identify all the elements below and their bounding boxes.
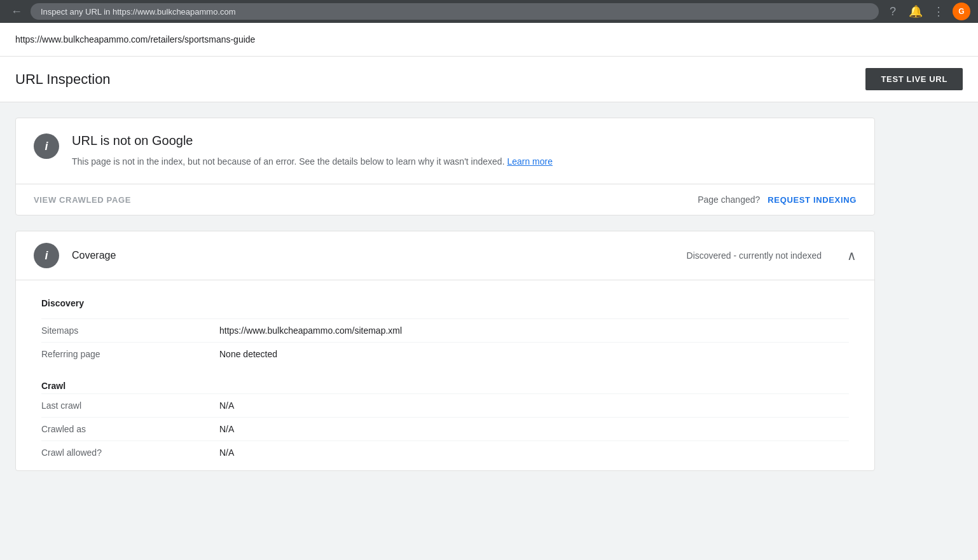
referring-page-row: Referring page None detected [41,342,849,365]
request-indexing-button[interactable]: REQUEST INDEXING [768,195,857,205]
crawl-allowed-value: N/A [219,447,234,458]
back-icon[interactable]: ← [8,3,25,20]
last-crawl-value: N/A [219,400,234,411]
sitemaps-row: Sitemaps https://www.bulkcheapammo.com/s… [41,318,849,342]
crawl-allowed-row: Crawl allowed? N/A [41,440,849,464]
status-description: This page is not in the index, but not b… [72,154,553,168]
sitemaps-value: https://www.bulkcheapammo.com/sitemap.xm… [219,325,402,336]
crawled-as-value: N/A [219,424,234,434]
coverage-header: i Coverage Discovered - currently not in… [16,231,874,280]
apps-icon[interactable]: ⋮ [930,3,947,20]
content-area: i URL is not on Google This page is not … [0,102,890,502]
url-search-input[interactable] [31,3,879,20]
top-bar: ← ? 🔔 ⋮ G [0,0,978,23]
avatar[interactable]: G [953,3,970,20]
last-crawl-row: Last crawl N/A [41,393,849,417]
coverage-card: i Coverage Discovered - currently not in… [15,231,875,471]
learn-more-link[interactable]: Learn more [507,156,553,167]
crawl-section-label: Crawl [41,381,849,391]
coverage-status-row: Discovered - currently not indexed ∧ [687,248,857,263]
actions-bar: VIEW CRAWLED PAGE Page changed? REQUEST … [16,184,874,215]
coverage-title: Coverage [72,250,116,261]
crawl-allowed-key: Crawl allowed? [41,447,219,458]
question-icon[interactable]: ? [884,3,902,20]
last-crawl-key: Last crawl [41,400,219,411]
bell-icon[interactable]: 🔔 [907,3,925,20]
view-crawled-button[interactable]: VIEW CRAWLED PAGE [34,195,131,205]
page-changed-label: Page changed? [698,195,760,205]
crawled-as-row: Crawled as N/A [41,417,849,440]
status-content: URL is not on Google This page is not in… [72,133,553,168]
main-header: URL Inspection TEST LIVE URL [0,57,978,102]
actions-right: Page changed? REQUEST INDEXING [698,195,857,205]
referring-page-key: Referring page [41,349,219,359]
test-live-url-button[interactable]: TEST LIVE URL [865,68,963,90]
status-section: i URL is not on Google This page is not … [16,118,874,184]
sitemaps-key: Sitemaps [41,325,219,336]
referring-page-value: None detected [219,349,277,359]
url-bar: https://www.bulkcheapammo.com/retailers/… [0,23,978,57]
coverage-left: i Coverage [34,243,116,268]
collapse-chevron-icon[interactable]: ∧ [847,248,857,263]
discovery-section-label: Discovery [41,298,849,308]
coverage-status: Discovered - currently not indexed [687,250,822,261]
page-title: URL Inspection [15,71,111,88]
status-card: i URL is not on Google This page is not … [15,118,875,215]
crawled-as-key: Crawled as [41,424,219,434]
status-info-icon: i [34,133,59,159]
details-section: Discovery Sitemaps https://www.bulkcheap… [16,280,874,470]
current-url: https://www.bulkcheapammo.com/retailers/… [15,34,255,44]
coverage-info-icon: i [34,243,59,268]
status-heading: URL is not on Google [72,133,553,148]
